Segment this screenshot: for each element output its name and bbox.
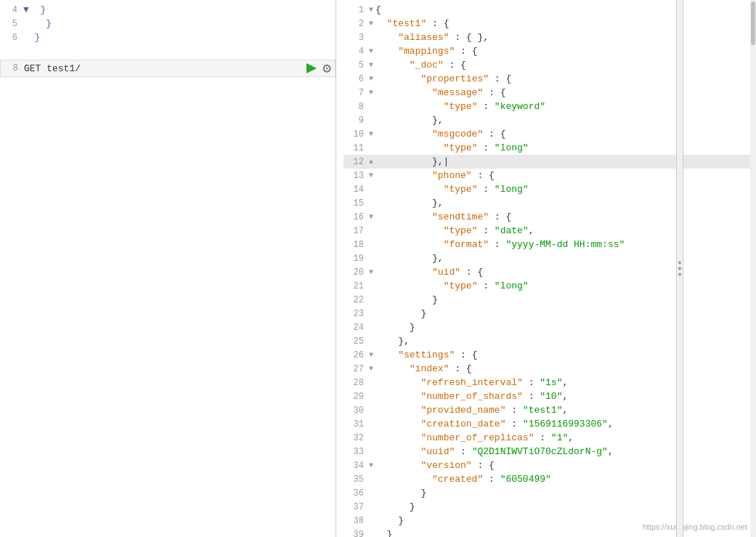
- code-line-9: 9 },: [344, 113, 756, 127]
- line-num-13: 13: [346, 171, 367, 181]
- fold-arrow-2[interactable]: ▼: [367, 20, 375, 28]
- code-content-13: "phone" : {: [375, 170, 753, 181]
- line-num-14: 14: [346, 185, 367, 195]
- line-num-37: 37: [346, 502, 367, 512]
- fold-arrow-6[interactable]: ▼: [367, 75, 375, 83]
- left-line-content-6: }: [23, 32, 40, 43]
- run-button[interactable]: [304, 61, 319, 76]
- line-num-2: 2: [346, 19, 367, 29]
- right-panel: 1 ▼ { 2 ▼ "test1" : { 3 "aliases" : { },…: [344, 0, 756, 537]
- code-content-36: }: [375, 488, 753, 498]
- code-content-2: "test1" : {: [375, 18, 753, 29]
- code-content-10: "msgcode" : {: [375, 129, 753, 140]
- line-num-1: 1: [346, 5, 367, 15]
- code-content-32: "number_of_replicas" : "1",: [375, 432, 753, 443]
- code-content-16: "sendtime" : {: [375, 211, 753, 222]
- code-line-31: 31 "creation_date" : "1569116993306",: [344, 417, 756, 431]
- fold-arrow-26[interactable]: ▼: [367, 351, 375, 359]
- right-code-area: 1 ▼ { 2 ▼ "test1" : { 3 "aliases" : { },…: [344, 0, 756, 537]
- code-content-19: },: [375, 253, 753, 264]
- code-line-3: 3 "aliases" : { },: [344, 31, 756, 44]
- code-content-22: }: [375, 294, 753, 305]
- line-num-7: 7: [346, 88, 367, 98]
- code-line-29: 29 "number_of_shards" : "10",: [344, 389, 756, 403]
- code-line-7: 7 ▼ "message" : {: [344, 86, 756, 100]
- code-line-1: 1 ▼ {: [344, 3, 756, 17]
- code-content-28: "refresh_interval" : "1s",: [375, 377, 753, 388]
- watermark: https://xuwujing.blog.csdn.net: [643, 522, 747, 531]
- fold-arrow-13[interactable]: ▼: [367, 171, 375, 179]
- line-num-4: 4: [346, 47, 367, 57]
- code-content-8: "type" : "keyword": [375, 101, 753, 112]
- code-content-23: }: [375, 308, 753, 319]
- line-num-16: 16: [346, 212, 367, 222]
- fold-arrow-10[interactable]: ▼: [367, 130, 375, 138]
- code-line-25: 25 },: [344, 334, 756, 348]
- code-line-8: 8 "type" : "keyword": [344, 100, 756, 113]
- settings-button[interactable]: ⚙: [322, 62, 332, 76]
- code-content-24: }: [375, 322, 753, 333]
- code-content-6: "properties" : {: [375, 73, 753, 84]
- scrollbar-thumb[interactable]: [751, 1, 755, 45]
- code-line-18: 18 "format" : "yyyy-MM-dd HH:mm:ss": [344, 238, 756, 251]
- code-line-20: 20 ▼ "uid" : {: [344, 265, 756, 279]
- fold-arrow-4[interactable]: ▼: [367, 47, 375, 55]
- code-content-20: "uid" : {: [375, 267, 753, 278]
- line-num-10: 10: [346, 129, 367, 140]
- left-line-content-5: }: [23, 18, 52, 29]
- code-line-19: 19 },: [344, 251, 756, 265]
- line-num-38: 38: [346, 516, 367, 526]
- line-num-5: 5: [346, 60, 367, 70]
- code-content-1: {: [375, 4, 753, 15]
- code-line-21: 21 "type" : "long": [344, 279, 756, 293]
- vertical-scrollbar[interactable]: [750, 0, 756, 537]
- code-content-33: "uuid" : "Q2D1NIWVTiO70cZLdorN-g",: [375, 446, 753, 457]
- line-num-17: 17: [346, 226, 367, 236]
- code-line-26: 26 ▼ "settings" : {: [344, 348, 756, 362]
- fold-arrow-1[interactable]: ▼: [367, 6, 375, 14]
- code-line-27: 27 ▼ "index" : {: [344, 362, 756, 376]
- line-num-19: 19: [346, 254, 367, 264]
- fold-arrow-34[interactable]: ▼: [367, 461, 375, 469]
- left-line-4: 4 ▼ }: [0, 3, 336, 17]
- code-line-23: 23 }: [344, 307, 756, 320]
- code-line-30: 30 "provided_name" : "test1",: [344, 403, 756, 417]
- code-line-14: 14 "type" : "long": [344, 182, 756, 196]
- line-num-15: 15: [346, 198, 367, 209]
- code-line-28: 28 "refresh_interval" : "1s",: [344, 376, 756, 389]
- code-content-11: "type" : "long": [375, 142, 753, 153]
- fold-arrow-7[interactable]: ▼: [367, 89, 375, 97]
- code-content-12: },|: [375, 156, 753, 167]
- line-num-23: 23: [346, 309, 367, 319]
- line-num-11: 11: [346, 143, 367, 153]
- code-line-16: 16 ▼ "sendtime" : {: [344, 210, 756, 224]
- fold-arrow-12[interactable]: ▲: [367, 158, 375, 166]
- panel-divider: [676, 0, 683, 537]
- code-line-24: 24 }: [344, 320, 756, 334]
- code-content-15: },: [375, 198, 753, 209]
- code-content-26: "settings" : {: [375, 350, 753, 360]
- fold-arrow-5[interactable]: ▼: [367, 61, 375, 69]
- left-line-num-8: 8: [4, 63, 24, 73]
- code-line-36: 36 }: [344, 486, 756, 500]
- fold-arrow-20[interactable]: ▼: [367, 268, 375, 276]
- line-num-39: 39: [346, 530, 367, 538]
- code-content-34: "version" : {: [375, 460, 753, 471]
- fold-arrow-27[interactable]: ▼: [367, 365, 375, 373]
- code-line-11: 11 "type" : "long": [344, 141, 756, 155]
- code-line-34: 34 ▼ "version" : {: [344, 459, 756, 472]
- line-num-34: 34: [346, 461, 367, 471]
- left-line-6: 6 }: [0, 31, 336, 44]
- divider-dot: [678, 267, 681, 270]
- code-content-21: "type" : "long": [375, 280, 753, 291]
- code-line-4: 4 ▼ "mappings" : {: [344, 44, 756, 58]
- code-line-17: 17 "type" : "date",: [344, 224, 756, 238]
- line-num-8: 8: [346, 102, 367, 112]
- line-num-30: 30: [346, 405, 367, 416]
- line-num-28: 28: [346, 378, 367, 388]
- fold-arrow-16[interactable]: ▼: [367, 213, 375, 221]
- code-content-4: "mappings" : {: [375, 46, 753, 57]
- code-line-10: 10 ▼ "msgcode" : {: [344, 127, 756, 141]
- code-content-14: "type" : "long": [375, 184, 753, 195]
- code-content-5: "_doc" : {: [375, 60, 753, 70]
